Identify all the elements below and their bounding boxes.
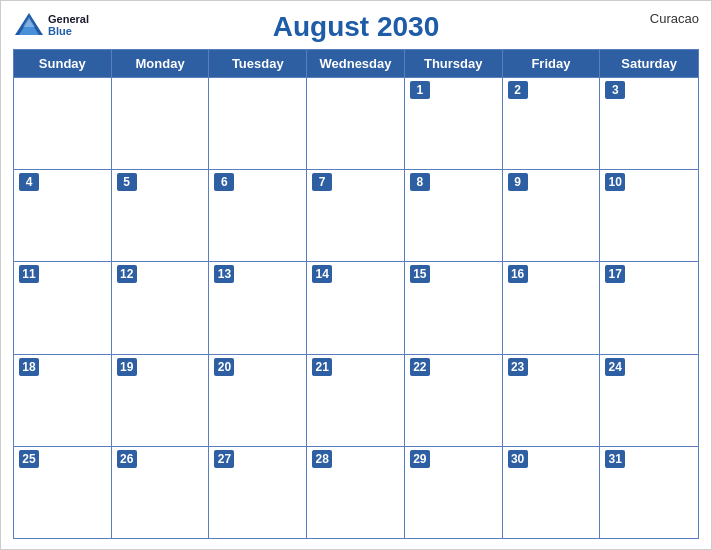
cell-content — [605, 101, 693, 166]
header-friday: Friday — [503, 50, 601, 77]
cell-w5-d6: 30 — [503, 447, 601, 538]
cell-content — [312, 470, 399, 535]
week-2: 45678910 — [14, 169, 698, 261]
calendar-header: General Blue August 2030 Curacao — [13, 11, 699, 43]
header-monday: Monday — [112, 50, 210, 77]
cell-content — [605, 285, 693, 350]
cell-w4-d6: 23 — [503, 355, 601, 446]
cell-w2-d7: 10 — [600, 170, 698, 261]
day-number: 25 — [19, 450, 39, 468]
day-number: 22 — [410, 358, 430, 376]
cell-content — [508, 285, 595, 350]
cell-content — [508, 378, 595, 443]
cell-w3-d2: 12 — [112, 262, 210, 353]
cell-w1-d6: 2 — [503, 78, 601, 169]
calendar-container: General Blue August 2030 Curacao Sunday … — [0, 0, 712, 550]
day-number: 15 — [410, 265, 430, 283]
header-sunday: Sunday — [14, 50, 112, 77]
day-number: 1 — [410, 81, 430, 99]
cell-content — [410, 378, 497, 443]
cell-w5-d4: 28 — [307, 447, 405, 538]
cell-w4-d5: 22 — [405, 355, 503, 446]
cell-w2-d5: 8 — [405, 170, 503, 261]
cell-content — [214, 193, 301, 258]
cell-w2-d6: 9 — [503, 170, 601, 261]
logo-text-block: General Blue — [48, 13, 89, 37]
day-number: 6 — [214, 173, 234, 191]
day-number: 14 — [312, 265, 332, 283]
cell-content — [19, 470, 106, 535]
calendar-weeks: 1234567891011121314151617181920212223242… — [14, 77, 698, 538]
cell-w3-d4: 14 — [307, 262, 405, 353]
cell-content — [410, 101, 497, 166]
day-number: 31 — [605, 450, 625, 468]
day-number: 26 — [117, 450, 137, 468]
cell-w4-d2: 19 — [112, 355, 210, 446]
cell-content — [117, 470, 204, 535]
day-number: 11 — [19, 265, 39, 283]
cell-w5-d3: 27 — [209, 447, 307, 538]
day-headers-row: Sunday Monday Tuesday Wednesday Thursday… — [14, 50, 698, 77]
day-number: 30 — [508, 450, 528, 468]
day-number: 4 — [19, 173, 39, 191]
logo-wrapper: General Blue — [13, 11, 89, 39]
cell-content — [410, 193, 497, 258]
cell-content — [605, 193, 693, 258]
cell-w1-d4 — [307, 78, 405, 169]
day-number: 13 — [214, 265, 234, 283]
cell-content — [214, 285, 301, 350]
calendar-grid: Sunday Monday Tuesday Wednesday Thursday… — [13, 49, 699, 539]
cell-content — [410, 470, 497, 535]
day-number: 8 — [410, 173, 430, 191]
day-number: 3 — [605, 81, 625, 99]
cell-w1-d7: 3 — [600, 78, 698, 169]
cell-w5-d1: 25 — [14, 447, 112, 538]
cell-content — [312, 378, 399, 443]
cell-w2-d4: 7 — [307, 170, 405, 261]
header-thursday: Thursday — [405, 50, 503, 77]
cell-w4-d4: 21 — [307, 355, 405, 446]
cell-w1-d5: 1 — [405, 78, 503, 169]
day-number: 23 — [508, 358, 528, 376]
day-number: 18 — [19, 358, 39, 376]
cell-w2-d2: 5 — [112, 170, 210, 261]
cell-content — [312, 81, 399, 166]
week-5: 25262728293031 — [14, 446, 698, 538]
cell-w4-d1: 18 — [14, 355, 112, 446]
week-4: 18192021222324 — [14, 354, 698, 446]
cell-content — [19, 285, 106, 350]
cell-content — [19, 378, 106, 443]
cell-w1-d1 — [14, 78, 112, 169]
cell-w1-d3 — [209, 78, 307, 169]
calendar-title: August 2030 — [273, 11, 440, 43]
day-number: 28 — [312, 450, 332, 468]
header-saturday: Saturday — [600, 50, 698, 77]
cell-content — [19, 81, 106, 166]
cell-w5-d7: 31 — [600, 447, 698, 538]
day-number: 19 — [117, 358, 137, 376]
cell-w4-d7: 24 — [600, 355, 698, 446]
day-number: 12 — [117, 265, 137, 283]
cell-content — [605, 378, 693, 443]
cell-w3-d7: 17 — [600, 262, 698, 353]
week-3: 11121314151617 — [14, 261, 698, 353]
logo-general-text: General — [48, 13, 89, 25]
cell-content — [117, 378, 204, 443]
day-number: 7 — [312, 173, 332, 191]
day-number: 21 — [312, 358, 332, 376]
cell-w1-d2 — [112, 78, 210, 169]
day-number: 27 — [214, 450, 234, 468]
day-number: 9 — [508, 173, 528, 191]
week-1: 123 — [14, 77, 698, 169]
cell-w2-d1: 4 — [14, 170, 112, 261]
cell-content — [312, 285, 399, 350]
cell-content — [508, 193, 595, 258]
day-number: 10 — [605, 173, 625, 191]
cell-content — [312, 193, 399, 258]
day-number: 20 — [214, 358, 234, 376]
day-number: 2 — [508, 81, 528, 99]
logo-icon — [13, 11, 45, 39]
day-number: 17 — [605, 265, 625, 283]
logo-area: General Blue — [13, 11, 89, 39]
cell-w3-d1: 11 — [14, 262, 112, 353]
